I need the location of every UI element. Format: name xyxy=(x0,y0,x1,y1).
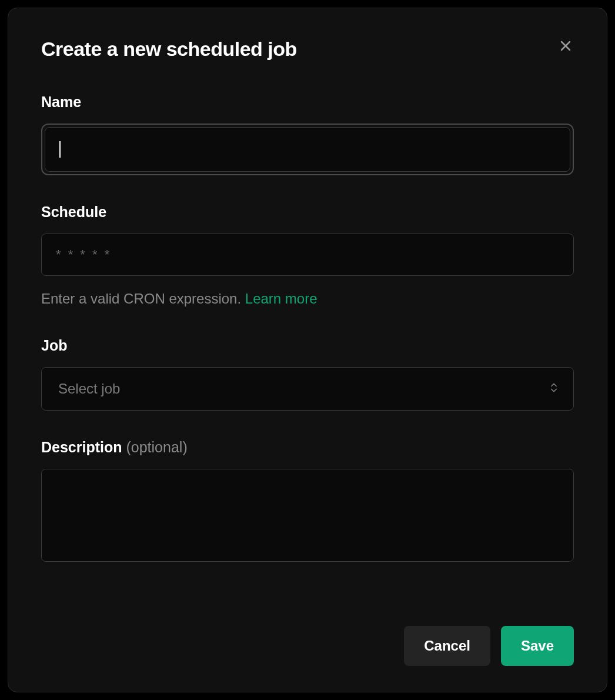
description-label: Description (optional) xyxy=(41,439,574,456)
job-label: Job xyxy=(41,337,574,354)
close-icon xyxy=(559,39,573,55)
modal-footer: Cancel Save xyxy=(41,626,574,666)
name-input[interactable] xyxy=(45,127,570,172)
close-button[interactable] xyxy=(555,35,576,58)
schedule-helper-text-content: Enter a valid CRON expression. xyxy=(41,291,245,306)
create-scheduled-job-modal: Create a new scheduled job Name Schedule… xyxy=(8,8,607,692)
schedule-label: Schedule xyxy=(41,204,574,221)
save-button[interactable]: Save xyxy=(501,626,574,666)
description-field-group: Description (optional) xyxy=(41,439,574,564)
modal-title: Create a new scheduled job xyxy=(41,38,297,61)
learn-more-link[interactable]: Learn more xyxy=(245,291,317,306)
name-focus-ring xyxy=(41,124,574,175)
schedule-input[interactable] xyxy=(41,234,574,276)
text-cursor xyxy=(59,141,61,158)
name-field-group: Name xyxy=(41,94,574,175)
job-select[interactable]: Select job xyxy=(41,367,574,411)
job-select-placeholder: Select job xyxy=(58,381,120,396)
name-label: Name xyxy=(41,94,574,111)
job-field-group: Job Select job xyxy=(41,337,574,411)
job-select-wrapper: Select job xyxy=(41,367,574,411)
schedule-helper-text: Enter a valid CRON expression. Learn mor… xyxy=(41,289,574,309)
cancel-button[interactable]: Cancel xyxy=(404,626,490,666)
optional-tag: (optional) xyxy=(126,439,187,455)
schedule-field-group: Schedule Enter a valid CRON expression. … xyxy=(41,204,574,309)
description-textarea[interactable] xyxy=(41,469,574,562)
modal-header: Create a new scheduled job xyxy=(41,38,574,61)
description-label-text: Description xyxy=(41,439,126,455)
